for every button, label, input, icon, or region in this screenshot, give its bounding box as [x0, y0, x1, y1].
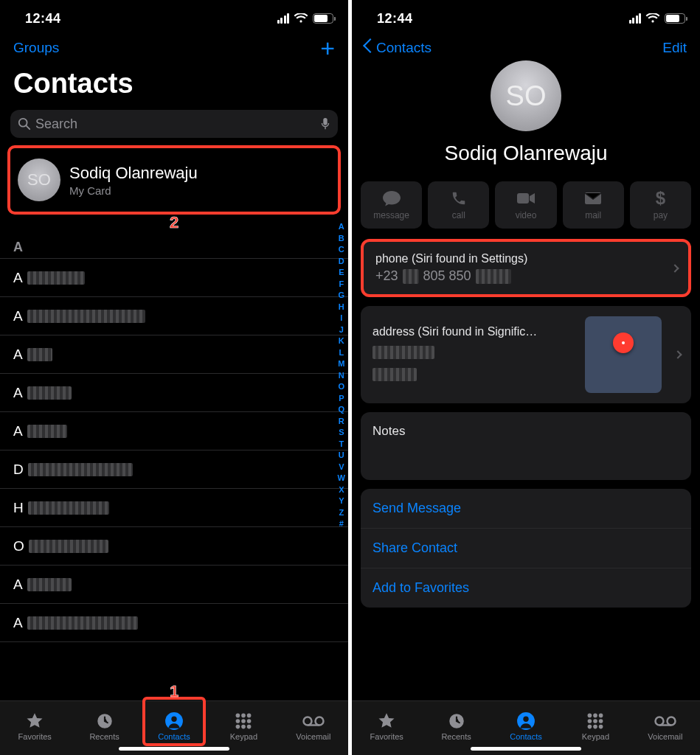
add-to-favorites-button[interactable]: Add to Favorites	[361, 568, 691, 608]
index-N[interactable]: N	[339, 370, 344, 382]
svg-point-6	[171, 716, 176, 721]
signal-icon	[277, 13, 290, 24]
phone-cell[interactable]: phone (Siri found in Settings) +23 805 8…	[361, 239, 691, 297]
index-C[interactable]: C	[339, 244, 344, 256]
back-button[interactable]: Contacts	[365, 40, 432, 56]
contact-actions-list: Send Message Share Contact Add to Favori…	[361, 489, 691, 608]
groups-button[interactable]: Groups	[13, 40, 59, 56]
svg-point-33	[655, 717, 663, 725]
avatar[interactable]: SO	[491, 60, 561, 131]
avatar: SO	[18, 159, 60, 201]
map-thumbnail[interactable]	[585, 316, 662, 393]
index-J[interactable]: J	[339, 324, 344, 336]
status-time: 12:44	[25, 11, 61, 27]
my-card-row[interactable]: SO Sodiq Olanrewaju My Card	[7, 145, 341, 215]
contact-row[interactable]: A	[0, 566, 348, 604]
svg-point-8	[242, 713, 246, 717]
contact-row[interactable]: A	[0, 374, 348, 412]
contact-row[interactable]: A	[0, 259, 348, 297]
search-field[interactable]: Search	[10, 110, 338, 138]
svg-rect-19	[517, 193, 529, 203]
send-message-button[interactable]: Send Message	[361, 489, 691, 529]
index-Z[interactable]: Z	[339, 507, 344, 519]
keypad-icon	[234, 711, 253, 731]
svg-point-25	[594, 713, 598, 717]
index-H[interactable]: H	[339, 302, 344, 313]
tab-favorites[interactable]: Favorites	[352, 701, 421, 755]
alpha-index[interactable]: ABCDEFGHIJKLMNOPQRSTUVWXYZ#	[338, 221, 345, 530]
mic-icon[interactable]	[320, 117, 330, 131]
svg-point-29	[599, 719, 603, 723]
action-pay[interactable]: $pay	[630, 181, 691, 229]
status-time: 12:44	[377, 11, 413, 27]
index-S[interactable]: S	[339, 427, 344, 439]
index-#[interactable]: #	[339, 518, 344, 530]
index-B[interactable]: B	[339, 233, 344, 245]
tab-label: Contacts	[158, 732, 190, 741]
phone-value: +23 805 850	[375, 268, 659, 284]
contact-row[interactable]: A	[0, 412, 348, 450]
status-bar: 12:44	[0, 0, 348, 29]
index-A[interactable]: A	[339, 221, 344, 233]
edit-button[interactable]: Edit	[662, 40, 687, 56]
tab-voicemail[interactable]: Voicemail	[279, 701, 348, 755]
contact-row[interactable]: D	[0, 450, 348, 489]
mail-icon	[584, 189, 602, 207]
battery-icon	[313, 13, 333, 24]
nav-bar: Groups +	[0, 29, 348, 62]
address-cell[interactable]: address (Siri found in Signific…	[361, 306, 691, 403]
index-K[interactable]: K	[339, 335, 344, 347]
action-video[interactable]: video	[495, 181, 556, 229]
index-D[interactable]: D	[339, 256, 344, 268]
index-G[interactable]: G	[339, 290, 345, 302]
contacts-list[interactable]: AAAAADHOAA	[0, 259, 348, 642]
index-F[interactable]: F	[339, 279, 344, 290]
action-message[interactable]: message	[361, 181, 422, 229]
svg-point-31	[594, 724, 598, 728]
action-mail[interactable]: mail	[563, 181, 624, 229]
my-card-subtitle: My Card	[69, 184, 198, 197]
contact-row[interactable]: A	[0, 604, 348, 642]
tab-favorites[interactable]: Favorites	[0, 701, 69, 755]
home-indicator[interactable]	[119, 747, 229, 751]
action-label: call	[452, 210, 465, 220]
index-M[interactable]: M	[338, 358, 344, 370]
svg-point-16	[303, 717, 311, 725]
contact-row[interactable]: O	[0, 527, 348, 566]
tab-label: Recents	[441, 732, 471, 741]
contact-row[interactable]: H	[0, 489, 348, 527]
contact-row[interactable]: A	[0, 297, 348, 335]
contacts-icon	[516, 711, 536, 731]
add-contact-button[interactable]: +	[320, 41, 335, 55]
svg-point-34	[667, 717, 675, 725]
action-label: mail	[585, 210, 601, 220]
index-Q[interactable]: Q	[339, 404, 345, 416]
index-I[interactable]: I	[340, 313, 342, 324]
index-E[interactable]: E	[339, 267, 344, 279]
tab-voicemail[interactable]: Voicemail	[631, 701, 700, 755]
svg-point-7	[236, 713, 240, 717]
share-contact-button[interactable]: Share Contact	[361, 529, 691, 568]
contact-row[interactable]: A	[0, 335, 348, 374]
index-P[interactable]: P	[339, 393, 344, 405]
section-header-A: A	[0, 235, 348, 259]
index-V[interactable]: V	[339, 462, 344, 473]
action-label: pay	[654, 210, 668, 220]
svg-rect-2	[323, 118, 327, 125]
index-Y[interactable]: Y	[339, 495, 344, 507]
map-pin-icon	[613, 333, 634, 353]
address-label: address (Siri found in Signific…	[372, 325, 585, 338]
index-U[interactable]: U	[339, 450, 344, 462]
index-L[interactable]: L	[339, 347, 344, 359]
home-indicator[interactable]	[471, 747, 581, 751]
index-R[interactable]: R	[339, 416, 344, 428]
action-call[interactable]: call	[428, 181, 489, 229]
notes-cell[interactable]: Notes	[361, 412, 691, 480]
index-O[interactable]: O	[339, 381, 345, 393]
tab-label: Keypad	[582, 732, 609, 741]
index-T[interactable]: T	[339, 439, 344, 450]
index-W[interactable]: W	[338, 473, 345, 484]
keypad-icon	[586, 711, 605, 731]
callout-2: 2	[0, 213, 348, 232]
index-X[interactable]: X	[339, 484, 344, 496]
